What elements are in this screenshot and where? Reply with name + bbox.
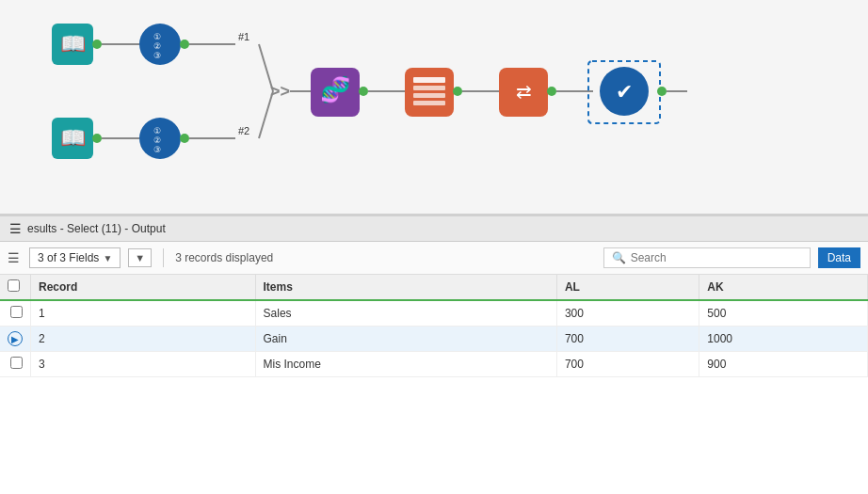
table-body: 1 Sales 300 500 ▶ 2 Gain 700 1000 bbox=[0, 300, 868, 377]
data-button[interactable]: Data bbox=[818, 247, 860, 268]
sort-icon: ▼ bbox=[135, 252, 145, 263]
node-circle1-output bbox=[180, 40, 189, 49]
node-table1[interactable] bbox=[405, 68, 454, 117]
node-book1-output bbox=[92, 40, 102, 49]
row3-ak: 900 bbox=[699, 352, 868, 377]
col-header-checkbox[interactable] bbox=[0, 275, 31, 300]
fields-dropdown[interactable]: 3 of 3 Fields ▼ bbox=[29, 247, 121, 268]
node-dna-output bbox=[359, 87, 368, 96]
results-header-icon: ☰ bbox=[9, 221, 22, 236]
row1-record: 1 bbox=[31, 300, 256, 327]
row3-checkbox[interactable] bbox=[10, 357, 23, 369]
row2-ak: 1000 bbox=[699, 327, 868, 352]
node-table1-output bbox=[453, 87, 462, 96]
toolbar-separator bbox=[163, 248, 164, 267]
row3-items: Mis Income bbox=[255, 352, 556, 377]
search-box[interactable]: 🔍 bbox=[603, 247, 811, 268]
svg-text:③: ③ bbox=[153, 145, 161, 154]
svg-text:①: ① bbox=[153, 32, 161, 41]
node-book2-output bbox=[92, 134, 102, 143]
sort-button[interactable]: ▼ bbox=[128, 248, 152, 267]
svg-text:②: ② bbox=[153, 41, 161, 51]
svg-text:🧬: 🧬 bbox=[320, 74, 351, 104]
results-header-title: esults - Select (11) - Output bbox=[27, 222, 166, 235]
records-count: 3 records displayed bbox=[175, 251, 273, 264]
row2-items: Gain bbox=[255, 327, 556, 352]
data-table: Record Items AL AK 1 Sales 300 500 bbox=[0, 275, 868, 377]
node-check-output bbox=[657, 87, 667, 96]
svg-rect-10 bbox=[413, 86, 445, 90]
label-hash1: #1 bbox=[238, 31, 249, 42]
fields-icon: ☰ bbox=[8, 250, 20, 265]
results-panel: ☰ esults - Select (11) - Output ☰ 3 of 3… bbox=[0, 216, 868, 494]
results-toolbar: ☰ 3 of 3 Fields ▼ ▼ 3 records displayed … bbox=[0, 242, 868, 275]
row3-al: 700 bbox=[556, 352, 699, 377]
table-row[interactable]: ▶ 2 Gain 700 1000 bbox=[0, 327, 868, 352]
svg-text:📖: 📖 bbox=[60, 125, 87, 151]
svg-text:①: ① bbox=[153, 126, 161, 135]
fields-dropdown-label: 3 of 3 Fields bbox=[38, 251, 99, 264]
svg-rect-12 bbox=[413, 101, 445, 105]
col-header-al: AL bbox=[556, 275, 699, 300]
table-row[interactable]: 1 Sales 300 500 bbox=[0, 300, 868, 327]
row2-al: 700 bbox=[556, 327, 699, 352]
table-row[interactable]: 3 Mis Income 700 900 bbox=[0, 352, 868, 377]
svg-text:②: ② bbox=[153, 135, 161, 145]
svg-text:✔: ✔ bbox=[616, 80, 633, 104]
search-input[interactable] bbox=[631, 251, 802, 264]
workflow-canvas: 📖 ① ② ③ #1 📖 ① ② ③ #2 > bbox=[0, 0, 868, 216]
svg-rect-9 bbox=[413, 77, 445, 83]
svg-text:📖: 📖 bbox=[60, 31, 87, 56]
row2-arrow-icon: ▶ bbox=[8, 331, 23, 346]
row2-checkbox-cell[interactable]: ▶ bbox=[0, 327, 31, 352]
table-header: Record Items AL AK bbox=[0, 275, 868, 300]
svg-rect-11 bbox=[413, 93, 445, 98]
svg-text:③: ③ bbox=[153, 51, 161, 60]
row2-record: 2 bbox=[31, 327, 256, 352]
row1-checkbox[interactable] bbox=[10, 306, 23, 318]
results-header: ☰ esults - Select (11) - Output bbox=[0, 216, 868, 242]
col-header-items: Items bbox=[255, 275, 556, 300]
search-icon: 🔍 bbox=[612, 251, 626, 264]
join-symbol: >> bbox=[270, 82, 290, 101]
row1-items: Sales bbox=[255, 300, 556, 327]
label-hash2: #2 bbox=[238, 125, 249, 136]
workflow-svg: 📖 ① ② ③ #1 📖 ① ② ③ #2 > bbox=[0, 0, 868, 216]
node-circle2-output bbox=[180, 134, 189, 143]
fields-dropdown-arrow: ▼ bbox=[103, 253, 112, 263]
svg-text:⇄: ⇄ bbox=[516, 81, 532, 102]
select-all-checkbox[interactable] bbox=[8, 279, 20, 292]
row3-checkbox-cell[interactable] bbox=[0, 352, 31, 377]
col-header-record: Record bbox=[31, 275, 256, 300]
node-table2-output bbox=[547, 87, 556, 96]
col-header-ak: AK bbox=[699, 275, 868, 300]
row1-al: 300 bbox=[556, 300, 699, 327]
table-scroll[interactable]: Record Items AL AK 1 Sales 300 500 bbox=[0, 275, 868, 494]
row3-record: 3 bbox=[31, 352, 256, 377]
row1-checkbox-cell[interactable] bbox=[0, 300, 31, 327]
row1-ak: 500 bbox=[699, 300, 868, 327]
